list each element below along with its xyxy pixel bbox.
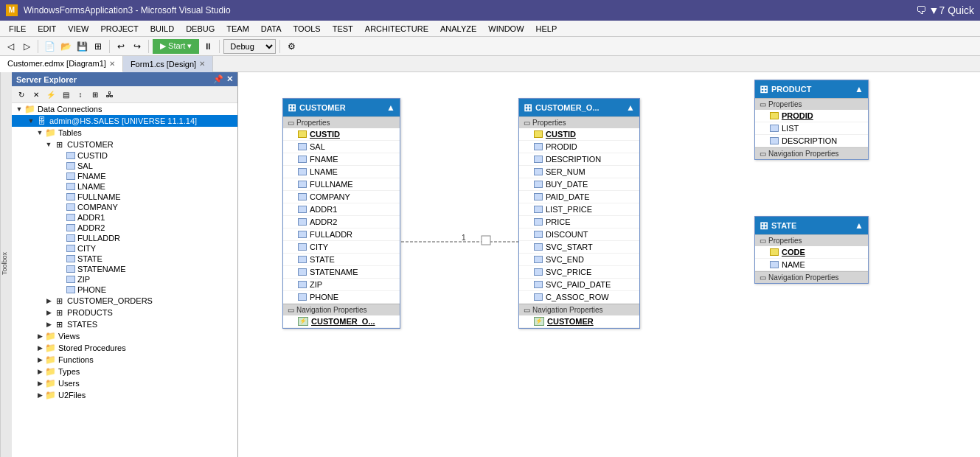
field-icon (66, 224, 75, 231)
menu-window[interactable]: WINDOW (482, 23, 529, 35)
sidebar-item-states[interactable]: ▶ ⊞ STATES (12, 318, 237, 330)
nav-label: Navigation Properties (768, 273, 839, 282)
sidebar-item-customer-orders[interactable]: ▶ ⊞ CUSTOMER_ORDERS (12, 295, 237, 307)
diagram-scroll[interactable]: 1 * ⊞ CUSTOMER ▲ ▭ Properties (238, 72, 980, 457)
customer-table-label: CUSTOMER (67, 140, 114, 149)
menu-file[interactable]: FILE (3, 23, 32, 35)
sidebar-item-sal[interactable]: SAL (12, 161, 237, 171)
sidebar-item-products[interactable]: ▶ ⊞ PRODUCTS (12, 307, 237, 318)
entity-customer-orders-header[interactable]: ⊞ CUSTOMER_O... ▲ (519, 99, 639, 116)
sidebar-grid-btn[interactable]: ⊞ (88, 88, 102, 101)
tab-form[interactable]: Form1.cs [Design] ✕ (123, 56, 213, 72)
entity-state-collapse[interactable]: ▲ (855, 220, 863, 231)
menu-debug[interactable]: DEBUG (180, 23, 220, 35)
sidebar-item-fullname[interactable]: FULLNAME (12, 192, 237, 202)
menu-build[interactable]: BUILD (145, 23, 180, 35)
sidebar-expand-btn[interactable]: ↕ (74, 88, 87, 101)
sidebar-item-addr2[interactable]: ADDR2 (12, 223, 237, 233)
menu-test[interactable]: TEST (327, 23, 359, 35)
minimize-icon[interactable]: 🗨 (916, 4, 926, 16)
field-zip-label: ZIP (310, 280, 322, 289)
sidebar-item-functions[interactable]: ▶ 📁 Functions (12, 354, 237, 366)
toolbox-strip[interactable]: Toolbox (0, 72, 12, 457)
sidebar-item-fname[interactable]: FNAME (12, 171, 237, 181)
sidebar-item-custid[interactable]: CUSTID (12, 150, 237, 161)
start-button[interactable]: ▶ Start ▾ (153, 39, 199, 54)
toolbar-pause[interactable]: ⏸ (201, 39, 215, 54)
menu-team[interactable]: TEAM (220, 23, 255, 35)
field-city-label: CITY (310, 243, 328, 251)
field-icon (66, 172, 75, 180)
sidebar-item-city[interactable]: CITY (12, 243, 237, 254)
tab-form-close[interactable]: ✕ (199, 60, 205, 68)
toolbar-back[interactable]: ◁ (3, 39, 18, 54)
menu-edit[interactable]: EDIT (32, 23, 62, 35)
debug-config-dropdown[interactable]: Debug Release (223, 39, 276, 54)
field-phone-label: PHONE (310, 293, 338, 301)
toolbar-open[interactable]: 📂 (58, 39, 73, 54)
sidebar-item-phone[interactable]: PHONE (12, 285, 237, 295)
toolbar-sep-5 (279, 40, 280, 53)
sidebar-item-company[interactable]: COMPANY (12, 202, 237, 212)
sidebar-delete-btn[interactable]: ✕ (29, 88, 43, 101)
toolbar-redo[interactable]: ↪ (130, 39, 145, 54)
field-icon (66, 162, 75, 170)
sidebar-close-icon[interactable]: ✕ (226, 74, 233, 84)
sidebar-item-u2files[interactable]: ▶ 📁 U2Files (12, 389, 237, 401)
sidebar-item-tables[interactable]: ▼ 📁 Tables (12, 127, 237, 139)
sidebar-item-users[interactable]: ▶ 📁 Users (12, 377, 237, 389)
notification-icon[interactable]: ▼7 (929, 4, 945, 16)
menu-help[interactable]: HELP (530, 23, 563, 35)
menu-view[interactable]: VIEW (62, 23, 94, 35)
sidebar-item-state[interactable]: STATE (12, 254, 237, 264)
toolbar-forward[interactable]: ▷ (19, 39, 34, 54)
menu-analyze[interactable]: ANALYZE (434, 23, 482, 35)
folder-icon: 📁 (44, 128, 56, 138)
entity-product-header[interactable]: ⊞ PRODUCT ▲ (755, 80, 868, 98)
co-custid: CUSTID (546, 130, 576, 139)
tab-edmx-close[interactable]: ✕ (109, 60, 115, 68)
sidebar-server-btn[interactable]: 🖧 (103, 88, 117, 101)
sidebar-item-statename[interactable]: STATENAME (12, 264, 237, 274)
sidebar-pin-icon[interactable]: 📌 (213, 74, 223, 84)
toolbar-attach[interactable]: ⚙ (284, 39, 299, 54)
toolbar-undo[interactable]: ↩ (114, 39, 128, 54)
sidebar-item-addr1[interactable]: ADDR1 (12, 212, 237, 223)
menu-project[interactable]: PROJECT (94, 23, 144, 35)
minus-icon: ▭ (288, 119, 294, 127)
sidebar-connect-btn[interactable]: ⚡ (44, 88, 58, 101)
entity-customer-header[interactable]: ⊞ CUSTOMER ▲ (283, 99, 400, 116)
prop-icon (770, 137, 779, 144)
toolbar-save-all[interactable]: ⊞ (91, 39, 105, 54)
tab-edmx[interactable]: Customer.edmx [Diagram1] ✕ (0, 56, 123, 72)
sidebar-item-server[interactable]: ▼ 🗄 admin@HS.SALES [UNIVERSE 11.1.14] (12, 115, 237, 127)
menu-tools[interactable]: TOOLS (288, 23, 327, 35)
toolbar-new[interactable]: 📄 (42, 39, 57, 54)
expand-icon: ▶ (44, 321, 53, 328)
sidebar-item-customer-table[interactable]: ▼ ⊞ CUSTOMER (12, 139, 237, 150)
sidebar-item-stored-procedures[interactable]: ▶ 📁 Stored Procedures (12, 342, 237, 354)
toolbar-save[interactable]: 💾 (74, 39, 89, 54)
sidebar-item-lname[interactable]: LNAME (12, 181, 237, 192)
prop-icon (534, 168, 543, 175)
field-zip: ZIP (77, 275, 90, 284)
entity-state-header[interactable]: ⊞ STATE ▲ (755, 217, 868, 234)
sidebar-item-data-connections[interactable]: ▼ 📁 Data Connections (12, 103, 237, 115)
entity-co-row-listprice: LIST_PRICE (519, 203, 639, 216)
functions-label: Functions (58, 355, 94, 364)
quick-launch[interactable]: Quick (948, 4, 974, 16)
sidebar-refresh-btn[interactable]: ↻ (15, 88, 28, 101)
sidebar-item-views[interactable]: ▶ 📁 Views (12, 330, 237, 342)
entity-product-collapse[interactable]: ▲ (855, 84, 863, 94)
toolbar-sep-2 (109, 40, 110, 53)
sidebar-item-types[interactable]: ▶ 📁 Types (12, 366, 237, 377)
field-icon (66, 214, 75, 221)
sidebar-header-controls: 📌 ✕ (213, 74, 233, 84)
entity-customer-orders-collapse[interactable]: ▲ (626, 102, 635, 113)
entity-customer-collapse[interactable]: ▲ (386, 102, 395, 113)
sidebar-item-zip[interactable]: ZIP (12, 274, 237, 285)
menu-data[interactable]: DATA (255, 23, 288, 35)
sidebar-filter-btn[interactable]: ▤ (59, 88, 72, 101)
menu-architecture[interactable]: ARCHITECTURE (359, 23, 434, 35)
sidebar-item-fulladdr[interactable]: FULLADDR (12, 233, 237, 243)
